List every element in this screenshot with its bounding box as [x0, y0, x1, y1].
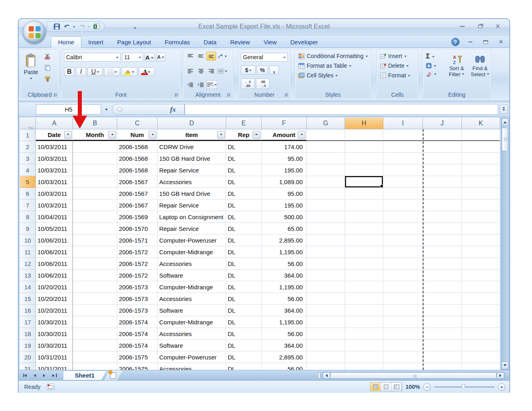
cell-J17[interactable]: [423, 316, 462, 328]
cell-H17[interactable]: [345, 316, 383, 328]
cell-E15[interactable]: DL: [226, 293, 262, 305]
cell-A20[interactable]: 10/31/2011: [36, 351, 73, 363]
cell-H16[interactable]: [345, 305, 383, 316]
cell-J12[interactable]: [423, 258, 462, 270]
cell-A6[interactable]: 10/03/2011: [36, 188, 73, 199]
cell-I3[interactable]: [383, 153, 423, 164]
cell-I12[interactable]: [383, 258, 423, 270]
cell-A19[interactable]: 10/30/2011: [36, 340, 73, 351]
cell-K18[interactable]: [462, 328, 500, 340]
row-header-20[interactable]: 20: [20, 351, 36, 363]
font-dialog-launcher-icon[interactable]: [175, 93, 179, 98]
cell-B1[interactable]: Month: [73, 129, 117, 141]
cell-B18[interactable]: [73, 328, 117, 340]
font-family-combo[interactable]: Calibri: [64, 53, 121, 62]
cell-I14[interactable]: [383, 281, 423, 293]
cell-J13[interactable]: [423, 270, 462, 281]
cell-I18[interactable]: [383, 328, 423, 340]
cell-I17[interactable]: [383, 316, 423, 328]
name-box-dropdown-icon[interactable]: [102, 104, 111, 114]
cell-C10[interactable]: 2006-1571: [117, 235, 158, 246]
column-header-C[interactable]: C: [117, 118, 158, 129]
align-left-button[interactable]: [185, 66, 195, 75]
cell-A7[interactable]: 10/03/2011: [36, 199, 73, 211]
cell-I20[interactable]: [383, 351, 423, 363]
cell-E12[interactable]: DL: [226, 258, 262, 270]
column-header-D[interactable]: D: [158, 118, 226, 129]
row-header-17[interactable]: 17: [20, 316, 36, 328]
cell-A2[interactable]: 10/03/2011: [36, 141, 73, 153]
cell-C5[interactable]: 2006-1567: [117, 176, 158, 188]
cell-D2[interactable]: CDRW Drive: [158, 141, 226, 153]
cell-A1[interactable]: Date: [36, 129, 73, 141]
cell-K13[interactable]: [462, 270, 500, 281]
cell-K6[interactable]: [462, 188, 500, 199]
cell-G10[interactable]: [307, 235, 345, 246]
alignment-dialog-launcher-icon[interactable]: [227, 93, 231, 98]
cell-H20[interactable]: [345, 351, 383, 363]
cell-E16[interactable]: DL: [226, 305, 262, 316]
zoom-slider[interactable]: [434, 386, 495, 388]
cell-F13[interactable]: 364.00: [262, 270, 307, 281]
cell-F5[interactable]: 1,089.00: [262, 176, 307, 188]
cell-C3[interactable]: 2006-1568: [117, 153, 158, 164]
cell-C12[interactable]: 2006-1572: [117, 258, 158, 270]
row-header-2[interactable]: 2: [20, 141, 36, 153]
cell-J1[interactable]: [423, 129, 462, 141]
cell-K2[interactable]: [462, 141, 500, 153]
filter-button-date[interactable]: [64, 131, 72, 139]
cell-I2[interactable]: [383, 141, 423, 153]
cell-G13[interactable]: [307, 270, 345, 281]
column-header-G[interactable]: G: [307, 118, 345, 129]
row-header-4[interactable]: 4: [20, 164, 36, 176]
cell-B8[interactable]: [73, 211, 117, 223]
cell-F16[interactable]: 364.00: [262, 305, 307, 316]
cell-E20[interactable]: DL: [226, 351, 262, 363]
sheet-tab-sheet1[interactable]: Sheet1: [63, 370, 106, 380]
cell-J5[interactable]: [423, 176, 462, 188]
cell-A16[interactable]: 10/20/2011: [36, 305, 73, 316]
row-header-6[interactable]: 6: [20, 188, 36, 199]
cell-E21[interactable]: DL: [226, 363, 262, 370]
cell-H14[interactable]: [345, 281, 383, 293]
tab-data[interactable]: Data: [197, 37, 223, 48]
cell-E6[interactable]: DL: [226, 188, 262, 199]
cell-I8[interactable]: [383, 211, 423, 223]
cell-D13[interactable]: Software: [158, 270, 226, 281]
delete-cells-button[interactable]: Delete: [380, 62, 410, 69]
cell-F21[interactable]: 56.00: [262, 363, 307, 370]
cell-B6[interactable]: [73, 188, 117, 199]
minimize-button[interactable]: [456, 22, 468, 30]
number-dialog-launcher-icon[interactable]: [285, 93, 289, 98]
cell-E8[interactable]: DL: [226, 211, 262, 223]
increase-indent-button[interactable]: [196, 80, 206, 89]
cell-B7[interactable]: [73, 199, 117, 211]
cell-I7[interactable]: [383, 199, 423, 211]
row-header-10[interactable]: 10: [20, 235, 36, 246]
cell-I19[interactable]: [383, 340, 423, 351]
clear-button[interactable]: [426, 71, 436, 77]
cell-H12[interactable]: [345, 258, 383, 270]
borders-button[interactable]: [104, 67, 120, 76]
row-header-15[interactable]: 15: [20, 293, 36, 305]
cell-F14[interactable]: 1,195.00: [262, 281, 307, 293]
cell-A3[interactable]: 10/03/2011: [36, 153, 73, 164]
insert-worksheet-tab[interactable]: [104, 370, 123, 380]
zoom-slider-handle[interactable]: [461, 384, 465, 390]
cell-E13[interactable]: DL: [226, 270, 262, 281]
cell-C13[interactable]: 2006-1572: [117, 270, 158, 281]
cell-E11[interactable]: DL: [226, 246, 262, 258]
cell-K4[interactable]: [462, 164, 500, 176]
cell-A5[interactable]: 10/03/2011: [36, 176, 73, 188]
normal-view-button[interactable]: [370, 383, 381, 391]
align-middle-button[interactable]: [196, 52, 206, 60]
cell-G2[interactable]: [307, 141, 345, 153]
cell-D1[interactable]: Item: [158, 129, 226, 141]
cell-C8[interactable]: 2006-1569: [117, 211, 158, 223]
cell-G1[interactable]: [307, 129, 345, 141]
cell-K11[interactable]: [462, 246, 500, 258]
filter-button-month[interactable]: [108, 131, 116, 139]
fill-button[interactable]: [426, 63, 436, 68]
column-header-F[interactable]: F: [262, 118, 307, 129]
cell-I16[interactable]: [383, 305, 423, 316]
